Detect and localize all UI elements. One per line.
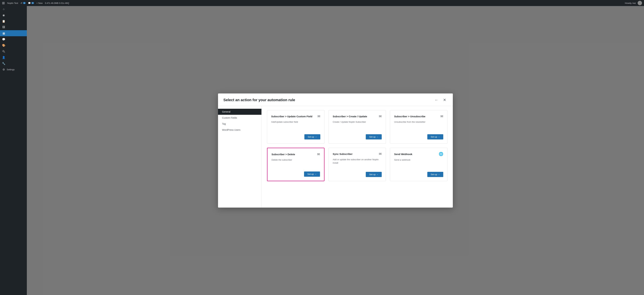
- modal-sidebar: General Custom Fields Tag WordPress User…: [218, 106, 262, 208]
- setup-btn-2[interactable]: Set-up →: [366, 134, 382, 139]
- noptin-icon: ◉: [2, 14, 5, 17]
- main-content: Select an action for your automation rul…: [27, 6, 644, 295]
- card-header-6: Send Webhook 🌐: [394, 152, 443, 156]
- card-header-5: Sync Subscriber ✉: [333, 152, 382, 156]
- card-header-3: Subscriber > Unsubscribe ✉: [394, 114, 443, 118]
- setup-btn-6[interactable]: Set-up →: [427, 172, 443, 177]
- appearance-icon: 🎨: [2, 44, 5, 47]
- plugins-icon: 🔌: [2, 50, 5, 53]
- card-create-update[interactable]: Subscriber > Create / Update ✉ Create / …: [328, 110, 386, 144]
- card-title-5: Sync Subscriber: [333, 153, 352, 155]
- setup-btn-3[interactable]: Set-up →: [427, 134, 443, 139]
- email-icon-5: ✉: [379, 152, 382, 156]
- modal-title: Select an action for your automation rul…: [224, 98, 295, 102]
- howdy-text: Howdy, kaz: [625, 2, 636, 4]
- settings-label: Settings: [7, 68, 14, 71]
- card-header-4: Subscriber > Delete ✉: [272, 152, 320, 156]
- setup-btn-5[interactable]: Set-up →: [366, 172, 382, 177]
- card-footer-6: Set-up →: [394, 172, 443, 177]
- setup-btn-1[interactable]: Set-up →: [304, 134, 320, 139]
- email-icon-4: ✉: [317, 152, 320, 156]
- admin-bar: ⊞ Noptin Test ↺ 1 💬 3 + New 0.47s 46.0MB…: [0, 0, 644, 6]
- card-footer-5: Set-up →: [333, 172, 382, 177]
- card-footer-2: Set-up →: [333, 134, 382, 139]
- card-update-custom-field[interactable]: Subscriber > Update Custom Field ✉ Add/U…: [267, 110, 324, 144]
- close-button[interactable]: ✕: [442, 98, 448, 103]
- modal-header-actions: ← ✕: [433, 98, 448, 103]
- sidebar-item-custom-fields[interactable]: Custom Fields: [218, 115, 262, 121]
- sidebar-item-general[interactable]: General: [218, 109, 262, 115]
- modal-header: Select an action for your automation rul…: [218, 94, 453, 106]
- home-icon: ⌂: [2, 8, 5, 11]
- modal: Select an action for your automation rul…: [218, 94, 453, 208]
- card-title-2: Subscriber > Create / Update: [333, 115, 367, 118]
- sidebar-item-wordpress-users[interactable]: WordPress Users: [218, 127, 262, 133]
- cards-grid: Subscriber > Update Custom Field ✉ Add/U…: [267, 110, 448, 181]
- modal-cards-area: Subscriber > Update Custom Field ✉ Add/U…: [262, 106, 453, 208]
- wp-sidebar: ⌂ ◉ 📋 🖼 ▦ 💬 🎨 🔌 👤 🔧 ⚙ Settings: [0, 6, 27, 295]
- globe-icon: 🌐: [439, 152, 443, 156]
- card-desc-6: Send a webhook: [394, 158, 443, 170]
- email-icon-1: ✉: [318, 114, 320, 118]
- sidebar-item-plugins[interactable]: 🔌: [0, 48, 27, 54]
- settings-icon: ⚙: [2, 68, 5, 71]
- sidebar-item-noptin2[interactable]: ▦: [0, 30, 27, 36]
- card-footer-1: Set-up →: [271, 134, 320, 139]
- card-header-2: Subscriber > Create / Update ✉: [333, 114, 382, 118]
- card-header-1: Subscriber > Update Custom Field ✉: [271, 114, 320, 118]
- site-name[interactable]: Noptin Test: [7, 2, 18, 4]
- card-title-4: Subscriber > Delete: [272, 153, 295, 156]
- card-footer-3: Set-up →: [394, 134, 443, 139]
- card-desc-4: Delete the subscriber: [272, 158, 320, 169]
- card-desc-5: Add or update the subscriber on another …: [333, 158, 382, 170]
- sidebar-item-tools[interactable]: 🔧: [0, 60, 27, 67]
- new-item[interactable]: + New: [36, 2, 42, 4]
- modal-overlay: Select an action for your automation rul…: [27, 6, 644, 295]
- users-icon: 👤: [2, 56, 5, 59]
- setup-btn-4[interactable]: Set-up →: [304, 171, 320, 177]
- card-sync-subscriber[interactable]: Sync Subscriber ✉ Add or update the subs…: [328, 148, 386, 181]
- sidebar-item-settings[interactable]: ⚙ Settings: [0, 67, 27, 73]
- wp-logo-icon: ⊞: [2, 1, 5, 5]
- sidebar-item-media[interactable]: 🖼: [0, 24, 27, 30]
- sidebar-item-noptin[interactable]: ◉: [0, 12, 27, 18]
- comments-item[interactable]: 💬 3: [28, 2, 34, 4]
- email-icon-3: ✉: [440, 114, 443, 118]
- sidebar-item-users[interactable]: 👤: [0, 54, 27, 60]
- card-desc-1: Add/Update subscriber field: [271, 120, 320, 132]
- media-icon: 🖼: [2, 26, 5, 29]
- avatar[interactable]: [638, 1, 642, 5]
- card-desc-2: Create / Update Noptin Subscriber: [333, 120, 382, 132]
- comments-icon: 💬: [2, 38, 5, 41]
- updates-item[interactable]: ↺ 1: [20, 2, 26, 4]
- card-title-6: Send Webhook: [394, 153, 412, 156]
- sidebar-item-tag[interactable]: Tag: [218, 121, 262, 127]
- posts-icon: 📋: [2, 20, 5, 23]
- sidebar-item-home[interactable]: ⌂: [0, 6, 27, 12]
- noptin2-icon: ▦: [2, 32, 5, 35]
- card-unsubscribe[interactable]: Subscriber > Unsubscribe ✉ Unsubscribe f…: [390, 110, 448, 144]
- back-button[interactable]: ←: [433, 98, 440, 103]
- card-title-1: Subscriber > Update Custom Field: [271, 115, 312, 118]
- sidebar-item-appearance[interactable]: 🎨: [0, 42, 27, 48]
- email-icon-2: ✉: [379, 114, 382, 118]
- card-delete[interactable]: Subscriber > Delete ✉ Delete the subscri…: [267, 148, 324, 181]
- card-desc-3: Unsubscribe from the newsletter: [394, 120, 443, 132]
- card-title-3: Subscriber > Unsubscribe: [394, 115, 425, 118]
- tools-icon: 🔧: [2, 62, 5, 65]
- perf-stats: 0.47s 46.0MB 0.01s 46Q: [45, 2, 69, 4]
- sidebar-item-comments[interactable]: 💬: [0, 36, 27, 42]
- card-send-webhook[interactable]: Send Webhook 🌐 Send a webhook Set-up →: [390, 148, 448, 181]
- card-footer-4: Set-up →: [272, 171, 320, 177]
- modal-body: General Custom Fields Tag WordPress User…: [218, 106, 453, 208]
- sidebar-item-posts[interactable]: 📋: [0, 18, 27, 24]
